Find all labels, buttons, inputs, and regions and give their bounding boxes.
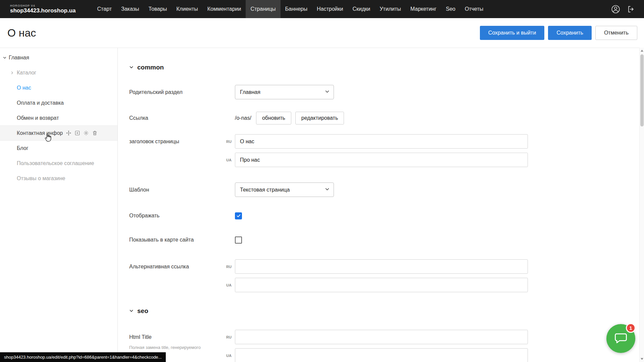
chevron-down-icon [129,307,134,315]
lang-tag-ru: RU [223,140,235,144]
nav-start[interactable]: Старт [93,0,116,18]
nav-seo[interactable]: Seo [441,0,460,18]
account-icon[interactable] [611,5,620,14]
chevron-down-icon [325,89,330,95]
sidebar-item-payment-delivery[interactable]: Оплата и доставка [0,95,117,110]
sidebar-item-label: О нас [17,85,31,91]
nav-reports[interactable]: Отчеты [460,0,488,18]
lang-tag-ua: UA [223,158,235,162]
header-buttons: Сохранить и выйти Сохранить Отменить [480,26,637,40]
sidebar-item-label: Контактная инфор [17,130,63,136]
lang-tag-ua: UA [223,354,235,358]
display-checkbox[interactable] [235,212,242,219]
settings-gear-icon[interactable] [83,130,89,136]
html-title-row: Html Title Полная замена title, генериру… [129,330,639,362]
chat-bubble-icon [613,330,628,347]
template-row: Шаблон Текстовая страница [129,183,639,197]
vertical-scrollbar[interactable] [639,48,644,362]
nav-marketing[interactable]: Маркетинг [406,0,441,18]
html-title-label-block: Html Title Полная замена title, генериру… [129,330,223,350]
nav-pages[interactable]: Страницы [246,0,280,18]
display-row: Отображать [129,212,639,220]
link-label: Ссылка [129,115,223,121]
cancel-button[interactable]: Отменить [595,26,637,40]
page-header: О нас Сохранить и выйти Сохранить Отмени… [0,18,644,48]
html-title-ru-input[interactable] [235,330,528,344]
delete-trash-icon[interactable] [92,130,98,136]
sidebar-item-label: Обмен и возврат [17,115,59,121]
topbar-right [611,5,635,14]
section-seo-header[interactable]: seo [129,307,639,315]
pages-tree-sidebar: Главная Каталог О нас Оплата и доставка … [0,48,118,362]
sitemap-checkbox[interactable] [235,237,242,244]
sidebar-item-about[interactable]: О нас [0,80,117,95]
lang-tag-ru: RU [223,265,235,269]
sidebar-item-catalog[interactable]: Каталог [0,65,117,80]
page-edit-form: common Родительский раздел Главная Ссылк… [118,48,639,362]
scrollbar-thumb[interactable] [640,54,644,126]
edit-link-button[interactable]: редактировать [295,112,344,124]
nav-orders[interactable]: Заказы [116,0,144,18]
status-url-tooltip: shop34423.horoshop.ua/edit/edit.php?id=6… [0,352,166,362]
sidebar-item-label: Отзывы о магазине [17,175,65,182]
topbar: HOROSHOP V4 shop34423.horoshop.ua Старт … [0,0,644,18]
main-nav: Старт Заказы Товары Клиенты Комментарии … [93,0,488,18]
chevron-down-icon [325,187,330,193]
content: Главная Каталог О нас Оплата и доставка … [0,48,639,362]
scroll-up-arrow[interactable] [640,48,644,53]
display-label: Отображать [129,213,223,219]
sidebar-item-home[interactable]: Главная [0,50,117,65]
parent-section-select[interactable]: Главная [235,85,334,99]
add-page-icon[interactable] [75,130,80,136]
alt-link-ua-input[interactable] [235,278,528,292]
scroll-down-arrow[interactable] [640,357,644,361]
sidebar-item-label: Каталог [17,70,36,76]
select-value: Текстовая страница [240,187,290,193]
section-title: seo [137,307,148,315]
html-title-hint: Полная замена title, генерируемого [129,345,223,350]
select-value: Главная [240,89,260,95]
nav-banners[interactable]: Баннеры [281,0,312,18]
parent-section-row: Родительский раздел Главная [129,85,639,99]
page-url-path: /o-nas/ [235,115,251,121]
nav-discounts[interactable]: Скидки [348,0,375,18]
logo[interactable]: HOROSHOP V4 shop34423.horoshop.ua [10,4,76,14]
sidebar-item-store-reviews[interactable]: Отзывы о магазине [0,171,117,186]
save-and-exit-button[interactable]: Сохранить и выйти [480,26,545,40]
chevron-right-icon [10,71,14,75]
page-title-ua-input[interactable] [235,153,528,167]
sidebar-item-exchange-return[interactable]: Обмен и возврат [0,110,117,125]
page-title-ru-input[interactable] [235,134,528,149]
sitemap-label: Показывать в карте сайта [129,237,223,243]
page-title-row: заголовок страницы RU UA [129,134,639,167]
nav-utilities[interactable]: Утилиты [375,0,406,18]
parent-section-label: Родительский раздел [129,89,223,95]
sidebar-item-actions [66,130,98,136]
sidebar-item-contact-info[interactable]: Контактная инфор [0,125,117,141]
lang-tag-ua: UA [223,283,235,287]
page-title: О нас [7,27,36,39]
chevron-down-icon [3,56,7,60]
html-title-label: Html Title [129,330,223,344]
logo-domain: shop34423.horoshop.ua [10,8,76,14]
nav-settings[interactable]: Настройки [312,0,348,18]
section-title: common [137,64,164,71]
template-select[interactable]: Текстовая страница [235,183,334,197]
sidebar-item-label: Главная [9,55,29,61]
nav-comments[interactable]: Комментарии [203,0,246,18]
sidebar-item-user-agreement[interactable]: Пользовательское соглашение [0,156,117,171]
sidebar-item-blog[interactable]: Блог [0,141,117,156]
chat-unread-badge: 1 [626,323,636,333]
chat-widget-button[interactable]: 1 [606,324,635,353]
html-title-ua-input[interactable] [235,348,528,362]
alt-link-ru-input[interactable] [235,259,528,274]
nav-products[interactable]: Товары [144,0,172,18]
section-common-header[interactable]: common [129,63,639,71]
nav-clients[interactable]: Клиенты [172,0,203,18]
link-row: Ссылка /o-nas/ обновить редактировать [129,111,639,125]
chevron-down-icon [129,64,134,71]
logout-icon[interactable] [627,5,635,13]
refresh-link-button[interactable]: обновить [256,112,291,124]
save-button[interactable]: Сохранить [548,26,592,40]
drag-move-icon[interactable] [66,130,71,136]
